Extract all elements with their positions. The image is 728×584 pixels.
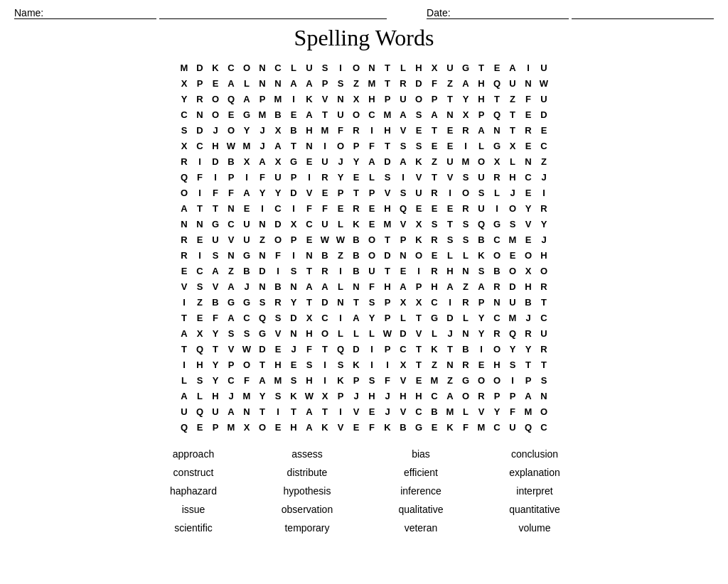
grid-cell: D: [395, 325, 411, 341]
grid-cell: B: [270, 279, 286, 294]
grid-cell: L: [286, 60, 301, 75]
grid-cell: T: [489, 91, 505, 107]
word-item: construct: [136, 465, 250, 480]
grid-cell: Y: [176, 91, 192, 107]
grid-cell: S: [395, 138, 411, 153]
grid-cell: N: [333, 91, 348, 107]
grid-cell: L: [458, 310, 473, 325]
grid-cell: E: [442, 200, 458, 216]
grid-cell: X: [348, 91, 364, 107]
grid-cell: R: [176, 247, 192, 263]
grid-cell: T: [208, 341, 223, 357]
grid-cell: X: [176, 75, 192, 91]
grid-cell: J: [239, 279, 255, 294]
grid-cell: I: [520, 60, 536, 75]
grid-cell: U: [536, 60, 552, 75]
grid-cell: S: [286, 263, 301, 279]
grid-cell: V: [348, 404, 364, 419]
grid-cell: R: [270, 294, 286, 310]
grid-cell: E: [520, 107, 536, 122]
grid-cell: T: [208, 200, 223, 216]
grid-cell: B: [348, 232, 364, 247]
grid-cell: E: [239, 200, 255, 216]
grid-cell: F: [192, 169, 208, 185]
grid-cell: B: [458, 341, 473, 357]
grid-cell: B: [395, 419, 411, 435]
grid-cell: E: [270, 341, 286, 357]
grid-cell: X: [411, 294, 427, 310]
grid-cell: X: [520, 263, 536, 279]
grid-cell: C: [395, 341, 411, 357]
grid-cell: B: [317, 247, 333, 263]
grid-cell: J: [333, 153, 348, 169]
grid-cell: Q: [473, 216, 489, 232]
grid-cell: Q: [395, 200, 411, 216]
grid-cell: O: [505, 200, 520, 216]
grid-cell: E: [192, 419, 208, 435]
grid-cell: T: [536, 294, 552, 310]
grid-cell: O: [411, 247, 427, 263]
grid-cell: S: [473, 185, 489, 200]
grid-cell: P: [348, 138, 364, 153]
grid-cell: X: [176, 138, 192, 153]
grid-cell: I: [255, 200, 270, 216]
grid-cell: E: [348, 169, 364, 185]
name-field: Name:: [14, 7, 387, 19]
grid-cell: E: [442, 138, 458, 153]
grid-cell: H: [208, 388, 223, 404]
grid-cell: L: [442, 247, 458, 263]
grid-cell: R: [176, 153, 192, 169]
grid-cell: Y: [458, 91, 473, 107]
grid-cell: O: [536, 404, 552, 419]
grid-cell: Y: [348, 153, 364, 169]
grid-cell: O: [520, 247, 536, 263]
grid-cell: A: [473, 122, 489, 138]
word-search-grid: MDKCONCLUSIONTLHXUGTEAIUXPEALNNAAPSZMTRD…: [176, 60, 552, 435]
grid-cell: P: [473, 107, 489, 122]
grid-cell: H: [364, 91, 380, 107]
grid-cell: J: [208, 122, 223, 138]
grid-cell: D: [286, 310, 301, 325]
grid-cell: I: [192, 247, 208, 263]
grid-cell: X: [411, 216, 427, 232]
grid-cell: O: [489, 372, 505, 388]
grid-cell: X: [317, 388, 333, 404]
grid-cell: S: [505, 216, 520, 232]
grid-cell: J: [255, 122, 270, 138]
grid-cell: D: [317, 294, 333, 310]
grid-cell: Y: [473, 325, 489, 341]
grid-cell: U: [176, 404, 192, 419]
grid-cell: T: [286, 404, 301, 419]
grid-cell: M: [427, 372, 442, 388]
grid-cell: Q: [333, 341, 348, 357]
grid-cell: T: [536, 357, 552, 372]
grid-cell: U: [364, 263, 380, 279]
grid-cell: T: [442, 341, 458, 357]
grid-cell: I: [208, 169, 223, 185]
grid-cell: D: [380, 153, 395, 169]
grid-cell: E: [395, 263, 411, 279]
word-item: inference: [364, 483, 478, 499]
grid-cell: Q: [176, 169, 192, 185]
grid-cell: T: [176, 310, 192, 325]
grid-cell: R: [520, 122, 536, 138]
grid-cell: R: [473, 388, 489, 404]
grid-cell: A: [286, 75, 301, 91]
grid-cell: K: [348, 357, 364, 372]
grid-cell: G: [208, 216, 223, 232]
grid-cell: E: [317, 185, 333, 200]
grid-cell: H: [411, 388, 427, 404]
grid-cell: C: [223, 216, 239, 232]
grid-cell: I: [333, 310, 348, 325]
grid-cell: K: [380, 419, 395, 435]
grid-cell: Y: [208, 357, 223, 372]
grid-cell: S: [364, 372, 380, 388]
grid-cell: H: [380, 279, 395, 294]
grid-cell: P: [380, 91, 395, 107]
word-item: volume: [478, 520, 592, 536]
grid-cell: T: [348, 185, 364, 200]
grid-cell: N: [301, 138, 317, 153]
grid-cell: Y: [364, 310, 380, 325]
grid-cell: U: [317, 216, 333, 232]
grid-cell: H: [286, 419, 301, 435]
